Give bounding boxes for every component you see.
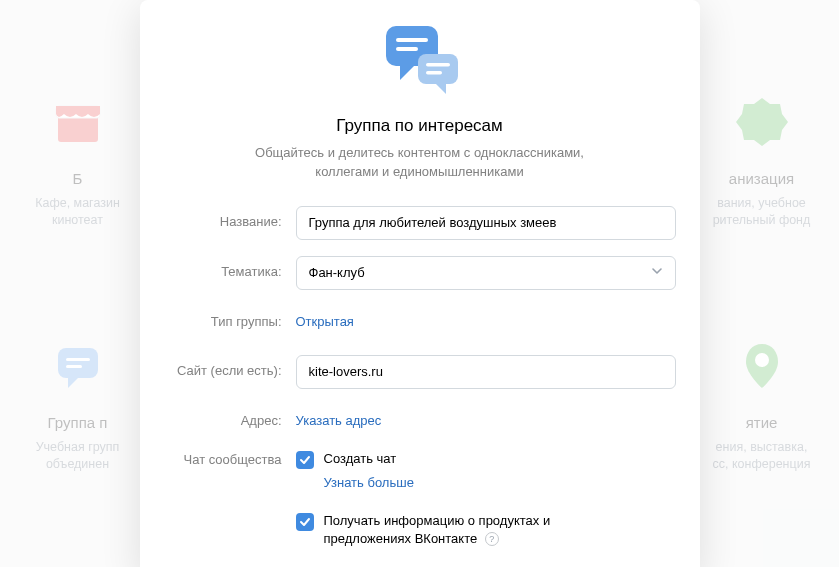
modal-title: Группа по интересам [164, 116, 676, 136]
topic-select-value: Фан-клуб [309, 265, 365, 280]
svg-rect-9 [418, 54, 458, 84]
svg-rect-11 [426, 71, 442, 75]
marketing-label: Получать информацию о продуктах и предло… [324, 513, 551, 546]
create-chat-label: Создать чат [324, 450, 397, 468]
create-chat-checkbox[interactable] [296, 451, 314, 469]
site-input[interactable] [296, 355, 676, 389]
address-link[interactable]: Указать адрес [296, 405, 382, 428]
site-label: Сайт (если есть): [164, 355, 296, 378]
marketing-checkbox[interactable] [296, 513, 314, 531]
name-label: Название: [164, 206, 296, 229]
create-group-modal: Группа по интересам Общайтесь и делитесь… [140, 0, 700, 567]
type-label: Тип группы: [164, 306, 296, 329]
svg-rect-10 [426, 63, 450, 67]
chat-bubbles-icon [372, 20, 468, 106]
type-link[interactable]: Открытая [296, 306, 354, 329]
info-icon[interactable]: ? [485, 532, 499, 546]
check-icon [299, 516, 311, 528]
create-group-form: Название: Тематика: Фан-клуб Тип группы:… [164, 206, 676, 548]
topic-select[interactable]: Фан-клуб [296, 256, 676, 290]
address-label: Адрес: [164, 405, 296, 428]
topic-label: Тематика: [164, 256, 296, 279]
modal-subtitle: Общайтесь и делитесь контентом с однокла… [230, 144, 610, 182]
chevron-down-icon [651, 265, 663, 280]
learn-more-link[interactable]: Узнать больше [324, 475, 676, 490]
check-icon [299, 454, 311, 466]
chat-label: Чат сообщества [164, 444, 296, 467]
svg-rect-8 [396, 47, 418, 51]
name-input[interactable] [296, 206, 676, 240]
svg-rect-7 [396, 38, 428, 42]
